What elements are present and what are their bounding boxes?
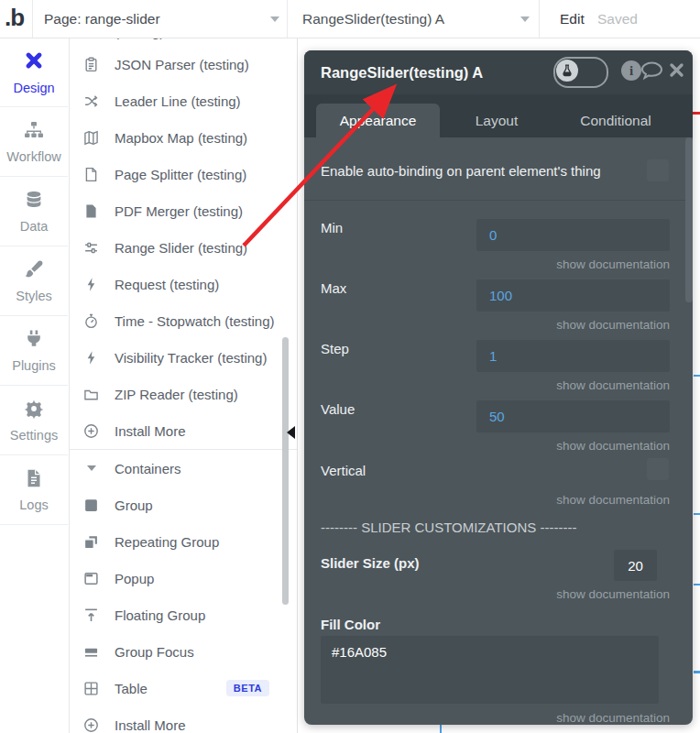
palette-scrollbar[interactable] xyxy=(282,337,289,605)
palette-item-label: JSON Parser (testing) xyxy=(115,57,249,72)
sidebar-item-label: Data xyxy=(20,219,49,234)
autobind-checkbox[interactable] xyxy=(647,159,669,181)
palette-item-floating-group[interactable]: Floating Group xyxy=(69,596,297,633)
palette-item-label: Floating Group xyxy=(115,607,205,623)
palette-item-label: Repeating Group xyxy=(115,534,219,550)
edit-menu[interactable]: Edit xyxy=(560,0,585,38)
palette-item-request[interactable]: Request (testing) xyxy=(69,266,297,302)
palette-item-page-splitter[interactable]: Page Splitter (testing) xyxy=(69,156,297,192)
palette-item-repeating-group[interactable]: Repeating Group xyxy=(69,523,297,560)
canvas-blue-edge xyxy=(440,725,442,733)
show-documentation-link[interactable]: show documentation xyxy=(556,439,670,453)
sidebar-item-data[interactable]: Data xyxy=(0,177,68,246)
show-documentation-link[interactable]: show documentation xyxy=(556,378,670,392)
palette-item-label: Install More xyxy=(115,423,186,439)
file-filled-icon xyxy=(83,203,99,219)
vertical-checkbox[interactable] xyxy=(647,458,669,480)
plus-circle-icon xyxy=(83,717,99,733)
sidebar-item-settings[interactable]: Settings xyxy=(0,386,68,455)
palette-item-pdf-merger[interactable]: PDF Merger (testing) xyxy=(69,192,297,229)
table-icon xyxy=(83,681,99,696)
bolt-icon xyxy=(83,350,99,366)
main-sidebar: Design Workflow Data Styles Plugins Sett… xyxy=(0,38,70,733)
palette-item-visibility-tracker[interactable]: Visibility Tracker (testing) xyxy=(69,339,297,376)
min-input[interactable]: 0 xyxy=(476,219,670,251)
sidebar-item-plugins[interactable]: Plugins xyxy=(0,316,68,386)
document-icon xyxy=(24,468,44,492)
canvas-blue-edge xyxy=(694,375,700,377)
palette-item-label: ZIP Reader (testing) xyxy=(115,387,238,402)
palette-item-label: Popup xyxy=(115,571,154,586)
design-icon xyxy=(23,49,45,75)
element-palette: (testing) JSON Parser (testing) Leader L… xyxy=(69,38,298,733)
floating-group-icon xyxy=(83,607,99,623)
show-documentation-link[interactable]: show documentation xyxy=(556,587,670,601)
value-input[interactable]: 50 xyxy=(476,400,670,432)
palette-item-zip-reader[interactable]: ZIP Reader (testing) xyxy=(69,376,297,412)
sidebar-item-workflow[interactable]: Workflow xyxy=(0,107,68,177)
flask-icon xyxy=(556,60,578,82)
canvas-red-edge xyxy=(693,112,700,115)
palette-item-label: Group xyxy=(115,498,153,513)
palette-item-range-slider[interactable]: Range Slider (testing) xyxy=(69,229,297,266)
sidebar-item-logs[interactable]: Logs xyxy=(0,455,68,525)
min-label: Min xyxy=(321,220,343,236)
canvas-blue-edge xyxy=(694,671,700,673)
chat-bubble-icon[interactable] xyxy=(640,60,664,86)
popup-icon xyxy=(83,571,99,586)
palette-item-json-parser[interactable]: JSON Parser (testing) xyxy=(69,46,297,82)
experiment-toggle[interactable] xyxy=(553,57,608,88)
show-documentation-link[interactable]: show documentation xyxy=(556,318,670,332)
palette-list: JSON Parser (testing) Leader Line (testi… xyxy=(69,46,297,733)
palette-item-mapbox-map[interactable]: Mapbox Map (testing) xyxy=(69,119,297,156)
stopwatch-icon xyxy=(83,313,99,329)
slider-customizations-divider: -------- SLIDER CUSTOMIZATIONS -------- xyxy=(321,520,576,535)
palette-item-install-more[interactable]: Install More xyxy=(69,412,297,449)
chevron-down-icon[interactable] xyxy=(520,16,530,22)
palette-item-group[interactable]: Group xyxy=(69,487,297,523)
palette-item-leader-line[interactable]: Leader Line (testing) xyxy=(69,82,297,119)
palette-item-label: Page Splitter (testing) xyxy=(115,167,246,182)
chevron-down-icon[interactable] xyxy=(270,16,279,22)
palette-item-group-focus[interactable]: Group Focus xyxy=(69,633,297,670)
close-icon[interactable] xyxy=(669,62,684,82)
saved-status: Saved xyxy=(597,0,638,38)
square-icon xyxy=(83,498,99,513)
tab-conditional[interactable]: Conditional xyxy=(556,104,675,137)
workflow-icon xyxy=(24,120,44,144)
slider-size-label: Slider Size (px) xyxy=(321,555,420,572)
collapse-palette-arrow-icon[interactable] xyxy=(287,426,295,439)
sidebar-item-label: Design xyxy=(13,81,54,95)
palette-item-time-stopwatch[interactable]: Time - Stopwatch (testing) xyxy=(69,302,297,339)
page-selector-dropdown[interactable]: Page: range-slider xyxy=(44,0,160,38)
fill-color-label: Fill Color xyxy=(321,617,380,633)
element-selector-dropdown[interactable]: RangeSlider(testing) A xyxy=(302,0,444,38)
panel-scrollbar[interactable] xyxy=(685,137,693,302)
sidebar-item-styles[interactable]: Styles xyxy=(0,246,68,316)
plus-circle-icon xyxy=(83,423,99,439)
palette-item-label: Visibility Tracker (testing) xyxy=(115,350,267,366)
show-documentation-link[interactable]: show documentation xyxy=(556,493,670,507)
show-documentation-link[interactable]: show documentation xyxy=(556,711,670,725)
palette-section-containers[interactable]: Containers xyxy=(69,449,297,487)
beta-badge: BETA xyxy=(226,680,269,696)
sidebar-item-design[interactable]: Design xyxy=(0,38,68,107)
max-input[interactable]: 100 xyxy=(476,279,670,312)
divider xyxy=(287,0,288,38)
gear-icon xyxy=(24,399,44,422)
sidebar-item-label: Settings xyxy=(10,428,58,443)
palette-item-install-more-2[interactable]: Install More xyxy=(69,706,297,733)
property-editor-header[interactable]: RangeSlider(testing) A i xyxy=(304,50,693,94)
tab-layout[interactable]: Layout xyxy=(437,104,556,137)
palette-item-label: Range Slider (testing) xyxy=(115,240,247,256)
tab-appearance[interactable]: Appearance xyxy=(316,104,440,137)
palette-item-popup[interactable]: Popup xyxy=(69,560,297,596)
palette-item-label: Mapbox Map (testing) xyxy=(115,130,247,146)
info-icon[interactable]: i xyxy=(621,60,641,81)
step-input[interactable]: 1 xyxy=(476,340,670,372)
show-documentation-link[interactable]: show documentation xyxy=(556,257,670,271)
palette-item-table[interactable]: Table BETA xyxy=(69,670,297,706)
slider-size-input[interactable]: 20 xyxy=(614,550,657,581)
sliders-icon xyxy=(83,240,99,256)
fill-color-input[interactable]: #16A085 xyxy=(321,636,659,704)
